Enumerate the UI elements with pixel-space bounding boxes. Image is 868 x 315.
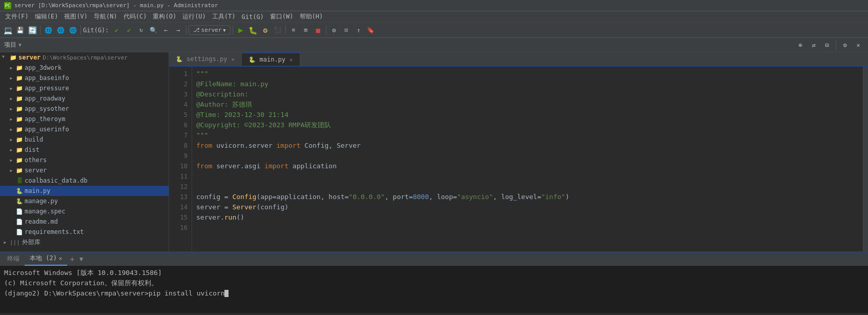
project-collapse-icon[interactable]: ⊟: [821, 40, 833, 51]
tree-item-app3dwork[interactable]: ▶ 📁 app_3dwork: [0, 63, 169, 73]
root-path: D:\WorkSpaces\rmpa\server: [43, 54, 128, 61]
menu-help[interactable]: 帮助(H): [297, 11, 326, 22]
tab-mainpy[interactable]: 🐍 main.py ✕: [242, 52, 300, 66]
apptheroym-label: app_theroym: [25, 115, 65, 123]
branch-label: server: [201, 27, 222, 33]
menu-file[interactable]: 文件(F): [2, 11, 32, 22]
toolbar-more-btn[interactable]: ≋: [288, 25, 299, 36]
tree-item-dist[interactable]: ▶ 📁 dist: [0, 145, 169, 155]
appsysother-label: app_sysother: [25, 105, 69, 112]
tree-item-managepy[interactable]: ▶ 🐍 manage.py: [0, 196, 169, 206]
terminal-tab-label: 终端: [7, 254, 19, 263]
sidebar: ▼ 📁 server D:\WorkSpaces\rmpa\server ▶ 📁…: [0, 52, 169, 251]
app-container: PC server [D:\WorkSpaces\rmpa\server] - …: [0, 0, 868, 315]
tree-item-appuserinfo[interactable]: ▶ 📁 app_userinfo: [0, 124, 169, 134]
toolbar-pc-icon[interactable]: 💻: [2, 25, 13, 36]
terminal-local-close[interactable]: ✕: [59, 255, 62, 261]
toolbar-share-btn[interactable]: ↑: [353, 25, 364, 36]
tree-item-appbaseinfo[interactable]: ▶ 📁 app_baseinfo: [0, 73, 169, 83]
tree-item-readme[interactable]: ▶ 📄 readme.md: [0, 216, 169, 227]
tree-item-server-sub[interactable]: ▶ 📁 server: [0, 165, 169, 175]
tree-item-others[interactable]: ▶ 📁 others: [0, 155, 169, 165]
appbaseinfo-label: app_baseinfo: [25, 74, 69, 82]
tree-item-apppressure[interactable]: ▶ 📁 app_pressure: [0, 83, 169, 93]
menu-window[interactable]: 窗口(W): [267, 11, 297, 22]
project-label: 项目: [4, 41, 16, 49]
toolbar-debug-btn[interactable]: 🐛: [247, 25, 259, 36]
others-label: others: [25, 156, 47, 164]
tabs-bar: 🐍 settings.py ✕ 🐍 main.py ✕: [169, 52, 868, 67]
tree-root[interactable]: ▼ 📁 server D:\WorkSpaces\rmpa\server: [0, 52, 169, 63]
terminal-add-btn[interactable]: +: [67, 254, 77, 264]
editor-area: 🐍 settings.py ✕ 🐍 main.py ✕ 1 2 3 4 5: [169, 52, 868, 251]
build-arrow: ▶: [8, 136, 14, 143]
terminal-line-1: Microsoft Windows [版本 10.0.19043.1586]: [4, 268, 864, 278]
toolbar-save-btn[interactable]: 💾: [14, 25, 26, 36]
toolbar-back-btn[interactable]: ←: [160, 25, 172, 36]
project-settings-icon[interactable]: ⚙: [839, 40, 851, 51]
terminal-content[interactable]: Microsoft Windows [版本 10.0.19043.1586] (…: [0, 266, 868, 313]
toolbar-run-btn[interactable]: ▶: [235, 25, 246, 36]
tab-settings-close[interactable]: ✕: [229, 55, 236, 63]
tree-item-mainpy[interactable]: ▶ 🐍 main.py: [0, 186, 169, 196]
tab-settings[interactable]: 🐍 settings.py ✕: [169, 52, 242, 66]
build-label: build: [25, 136, 43, 143]
tab-mainpy-close[interactable]: ✕: [287, 56, 295, 63]
menu-refactor[interactable]: 重构(O): [150, 11, 179, 22]
tree-item-external-libs[interactable]: ▶ ||| 外部库: [0, 237, 169, 247]
toolbar-inspect-btn[interactable]: ⊡: [341, 25, 352, 36]
tree-item-apptheroym[interactable]: ▶ 📁 app_theroym: [0, 114, 169, 124]
toolbar-sep-5: [285, 26, 286, 35]
menu-run[interactable]: 运行(U): [179, 11, 209, 22]
apppressure-arrow: ▶: [8, 85, 14, 91]
terminal-nav-btn[interactable]: ▼: [79, 255, 83, 263]
tree-item-approadway[interactable]: ▶ 📁 app_roadway: [0, 93, 169, 104]
toolbar-config-btn[interactable]: ⚙: [260, 25, 271, 36]
project-add-icon[interactable]: ⊕: [795, 40, 806, 51]
menu-code[interactable]: 代码(C): [120, 11, 150, 22]
terminal-tab-terminal[interactable]: 终端: [2, 252, 25, 266]
readme-label: readme.md: [25, 218, 58, 225]
editor-scrollbar[interactable]: [863, 67, 868, 251]
toolbar-sync-btn[interactable]: 🔄: [27, 25, 38, 36]
db-icon: 🗄: [16, 177, 23, 184]
root-arrow: ▼: [2, 54, 8, 61]
git-label: Git(G):: [83, 27, 109, 34]
toolbar-branch-btn[interactable]: ⎇ server ▼: [189, 25, 231, 35]
terminal-tabs-bar: 终端 本地 (2) ✕ + ▼: [0, 252, 868, 266]
toolbar-forward-btn[interactable]: →: [173, 25, 184, 36]
menu-tools[interactable]: 工具(T): [209, 11, 239, 22]
project-dropdown-icon[interactable]: ▼: [18, 42, 22, 48]
toolbar-bookmark-btn[interactable]: 🔖: [365, 25, 377, 36]
menu-git[interactable]: Git(G): [239, 12, 267, 22]
toolbar-search-btn[interactable]: 🔍: [148, 25, 159, 36]
toolbar-settings-btn[interactable]: ⚙: [328, 25, 340, 36]
menu-nav[interactable]: 导航(N): [91, 11, 120, 22]
menu-edit[interactable]: 编辑(E): [32, 11, 61, 22]
terminal-tab-local[interactable]: 本地 (2) ✕: [25, 252, 67, 266]
toolbar-stop-btn[interactable]: ■: [313, 25, 324, 36]
terminal-cmd: pip install uvicorn: [149, 289, 225, 297]
readme-icon: 📄: [16, 218, 23, 225]
code-content[interactable]: """ @FileName: main.py @Description: @Au…: [192, 67, 863, 251]
tree-item-build[interactable]: ▶ 📁 build: [0, 134, 169, 145]
tree-item-requirements[interactable]: ▶ 📄 requirements.txt: [0, 227, 169, 237]
toolbar-add3-btn[interactable]: 🌐: [67, 25, 78, 36]
toolbar-git-check2[interactable]: ✔: [123, 25, 135, 36]
tree-item-db[interactable]: ▶ 🗄 coalbasic_data.db: [0, 175, 169, 186]
project-scroll-icon[interactable]: ⇄: [808, 40, 819, 51]
terminal-cursor: [224, 290, 229, 297]
toolbar-add2-btn[interactable]: 🌐: [55, 25, 66, 36]
project-close-icon[interactable]: ✕: [853, 40, 864, 51]
toolbar-git-check1[interactable]: ✔: [111, 25, 122, 36]
menu-view[interactable]: 视图(V): [61, 11, 91, 22]
tree-item-appsysother[interactable]: ▶ 📁 app_sysother: [0, 104, 169, 114]
toolbar-layout-btn[interactable]: ⊞: [300, 25, 312, 36]
project-header: 项目 ▼ ⊕ ⇄ ⊟ ⚙ ✕: [0, 38, 868, 52]
toolbar-profile-btn[interactable]: ⬛: [272, 25, 283, 36]
toolbar-git-update[interactable]: ↻: [136, 25, 147, 36]
managespec-icon: 📄: [16, 208, 23, 215]
tab-mainpy-icon: 🐍: [249, 56, 256, 63]
toolbar-add-btn[interactable]: 🌐: [43, 25, 54, 36]
tree-item-managespec[interactable]: ▶ 📄 manage.spec: [0, 206, 169, 216]
